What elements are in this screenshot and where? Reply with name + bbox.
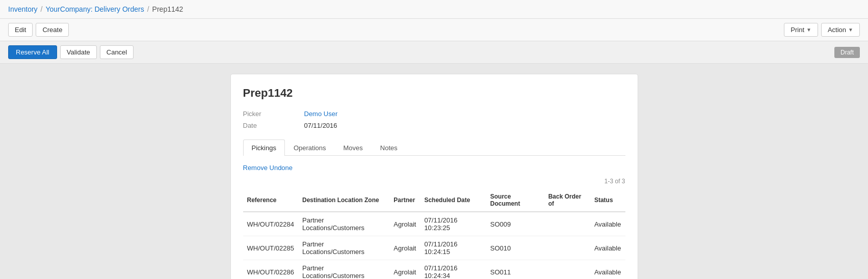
reserve-all-button[interactable]: Reserve All xyxy=(8,45,57,59)
tab-operations[interactable]: Operations xyxy=(285,140,335,156)
tab-pickings[interactable]: Pickings xyxy=(243,140,285,156)
tab-moves[interactable]: Moves xyxy=(335,140,372,156)
col-back-order: Back Order of xyxy=(544,189,590,212)
col-partner: Partner xyxy=(389,189,420,212)
col-destination: Destination Location Zone xyxy=(298,189,389,212)
action-bar-right: Print ▼ Action ▼ xyxy=(784,23,860,37)
cell-back-order xyxy=(544,260,590,280)
cell-destination: Partner Locations/Customers xyxy=(298,260,389,280)
table-row[interactable]: WH/OUT/02284 Partner Locations/Customers… xyxy=(243,212,625,236)
cell-destination: Partner Locations/Customers xyxy=(298,212,389,236)
cell-source-document: SO010 xyxy=(486,236,544,260)
table-header-row: Reference Destination Location Zone Part… xyxy=(243,189,625,212)
date-label: Date xyxy=(243,122,304,129)
status-badge: Draft xyxy=(834,48,860,56)
cell-destination: Partner Locations/Customers xyxy=(298,236,389,260)
cell-scheduled-date: 07/11/2016 10:24:15 xyxy=(420,236,486,260)
edit-button[interactable]: Edit xyxy=(8,23,33,37)
breadcrumb-sep-2: / xyxy=(147,5,149,13)
print-caret-icon: ▼ xyxy=(806,27,811,33)
breadcrumb-sep-1: / xyxy=(41,5,43,13)
pickings-table: Reference Destination Location Zone Part… xyxy=(243,189,625,279)
top-bar: Inventory / YourCompany: Delivery Orders… xyxy=(0,0,868,19)
cell-back-order xyxy=(544,236,590,260)
breadcrumb: Inventory / YourCompany: Delivery Orders… xyxy=(8,5,183,13)
tab-notes[interactable]: Notes xyxy=(372,140,406,156)
cell-reference: WH/OUT/02285 xyxy=(243,236,298,260)
action-bar: Edit Create Print ▼ Action ▼ xyxy=(0,19,868,41)
action-bar-left: Edit Create xyxy=(8,23,69,37)
action-label: Action xyxy=(828,26,846,34)
table-row[interactable]: WH/OUT/02286 Partner Locations/Customers… xyxy=(243,260,625,280)
picker-row: Picker Demo User xyxy=(243,110,625,118)
cell-partner: Agrolait xyxy=(389,260,420,280)
cell-scheduled-date: 07/11/2016 10:24:34 xyxy=(420,260,486,280)
card-title: Prep1142 xyxy=(243,87,625,100)
pagination-info: 1-3 of 3 xyxy=(243,178,625,185)
cell-partner: Agrolait xyxy=(389,212,420,236)
col-status: Status xyxy=(590,189,625,212)
picker-label: Picker xyxy=(243,110,304,118)
create-button[interactable]: Create xyxy=(36,23,69,37)
status-text: Draft xyxy=(834,47,860,58)
card: Prep1142 Picker Demo User Date 07/11/201… xyxy=(230,74,638,279)
workflow-bar: Reserve All Validate Cancel Draft xyxy=(0,41,868,64)
picker-link[interactable]: Demo User xyxy=(304,110,338,118)
main-content: Prep1142 Picker Demo User Date 07/11/201… xyxy=(0,64,868,279)
cell-status: Available xyxy=(590,236,625,260)
form-section: Picker Demo User Date 07/11/2016 xyxy=(243,110,625,129)
cell-status: Available xyxy=(590,212,625,236)
cell-reference: WH/OUT/02286 xyxy=(243,260,298,280)
validate-button[interactable]: Validate xyxy=(60,45,97,59)
remove-undone-link[interactable]: Remove Undone xyxy=(243,164,293,172)
workflow-bar-left: Reserve All Validate Cancel xyxy=(8,45,134,59)
action-button[interactable]: Action ▼ xyxy=(821,23,860,37)
cell-partner: Agrolait xyxy=(389,236,420,260)
picker-value: Demo User xyxy=(304,110,338,118)
action-caret-icon: ▼ xyxy=(848,27,853,33)
print-button[interactable]: Print ▼ xyxy=(784,23,818,37)
cell-source-document: SO009 xyxy=(486,212,544,236)
tabs: Pickings Operations Moves Notes xyxy=(243,140,625,156)
breadcrumb-inventory[interactable]: Inventory xyxy=(8,5,38,13)
tab-content-pickings: Remove Undone 1-3 of 3 Reference Destina… xyxy=(243,164,625,279)
cell-reference: WH/OUT/02284 xyxy=(243,212,298,236)
date-row: Date 07/11/2016 xyxy=(243,122,625,129)
breadcrumb-delivery-orders[interactable]: YourCompany: Delivery Orders xyxy=(45,5,144,13)
col-scheduled-date: Scheduled Date xyxy=(420,189,486,212)
cell-source-document: SO011 xyxy=(486,260,544,280)
cell-back-order xyxy=(544,212,590,236)
table-row[interactable]: WH/OUT/02285 Partner Locations/Customers… xyxy=(243,236,625,260)
print-label: Print xyxy=(791,26,804,34)
date-value: 07/11/2016 xyxy=(304,122,337,129)
cell-scheduled-date: 07/11/2016 10:23:25 xyxy=(420,212,486,236)
col-source-document: Source Document xyxy=(486,189,544,212)
breadcrumb-current: Prep1142 xyxy=(152,5,183,13)
col-reference: Reference xyxy=(243,189,298,212)
cancel-workflow-button[interactable]: Cancel xyxy=(100,45,134,59)
cell-status: Available xyxy=(590,260,625,280)
